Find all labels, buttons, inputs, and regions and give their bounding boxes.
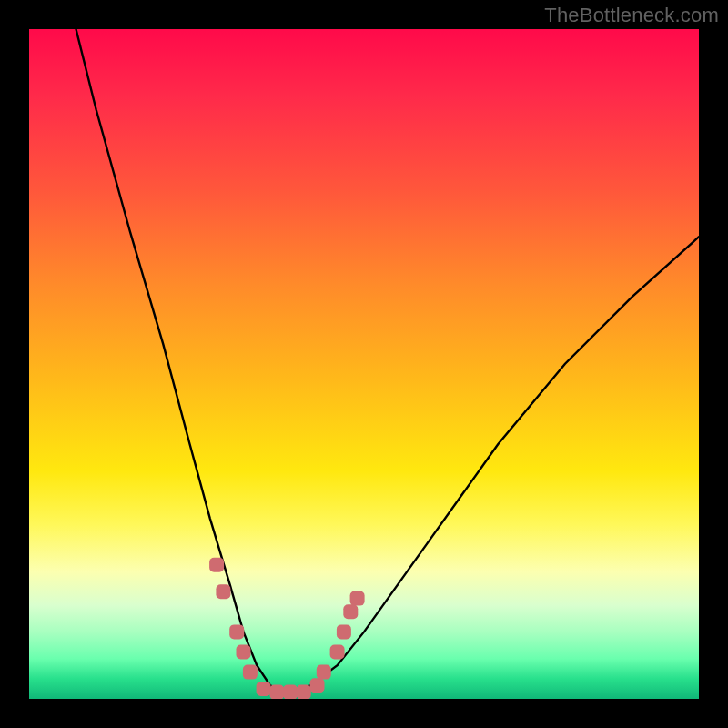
curve-marker	[257, 682, 271, 696]
bottleneck-curve-path	[76, 29, 700, 693]
curve-marker	[243, 665, 258, 680]
curve-marker	[229, 624, 244, 639]
curve-marker	[310, 678, 325, 693]
curve-marker	[343, 604, 358, 619]
curve-marker	[297, 685, 311, 699]
curve-marker	[337, 624, 351, 639]
curve-layer	[29, 29, 699, 699]
watermark-text: TheBottleneck.com	[544, 4, 719, 27]
curve-marker	[330, 645, 345, 660]
curve-marker	[209, 558, 224, 572]
curve-marker	[283, 685, 298, 699]
chart-frame: TheBottleneck.com	[0, 0, 728, 728]
curve-marker	[269, 685, 284, 699]
curve-marker	[237, 645, 251, 660]
curve-marker	[350, 592, 365, 606]
plot-area	[29, 29, 699, 699]
curve-marker	[317, 665, 331, 680]
curve-marker	[216, 584, 230, 599]
marker-group	[209, 558, 365, 699]
